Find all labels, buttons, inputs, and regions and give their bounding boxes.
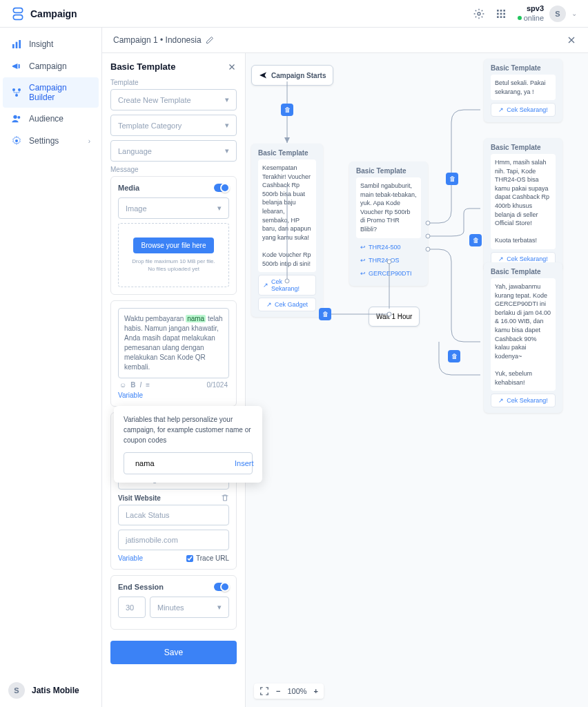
insert-button[interactable]: Insert	[235, 459, 254, 467]
close-icon[interactable]	[227, 62, 237, 72]
session-duration-input[interactable]: 30	[118, 597, 146, 618]
popover-description: Variables that help personalize your cam…	[124, 414, 253, 445]
megaphone-icon	[11, 61, 22, 72]
cta-button[interactable]: ↗ Cek Gadget	[258, 298, 316, 311]
category-select[interactable]: Template Category▾	[110, 115, 237, 136]
caret-down-icon: ▾	[225, 121, 229, 130]
quick-reply[interactable]: ↩ GERCEP90DTI	[356, 267, 421, 280]
emoji-icon[interactable]: ☺	[119, 381, 126, 389]
svg-rect-2	[500, 10, 502, 12]
browse-button[interactable]: Browse your file here	[133, 238, 215, 253]
svg-rect-8	[500, 16, 502, 18]
chevron-right-icon: ›	[88, 137, 90, 145]
cta-button[interactable]: ↗ Cek Sekarang!	[491, 394, 556, 407]
delete-action[interactable]: 🗑	[469, 234, 482, 246]
sidebar-item-insight[interactable]: Insight	[3, 33, 99, 55]
variable-link[interactable]: Variable	[118, 391, 229, 399]
svg-point-17	[17, 116, 20, 119]
media-type-select[interactable]: Image▾	[118, 197, 229, 219]
edit-icon[interactable]	[206, 36, 214, 44]
flow-icon	[11, 87, 22, 98]
template-section-label: Template	[110, 79, 237, 86]
status-indicator	[518, 16, 522, 20]
flow-canvas[interactable]: Campaign Starts 🗑 Basic Template Kesempa…	[246, 53, 588, 707]
sidebar-item-settings[interactable]: Settings ›	[3, 130, 99, 152]
app-logo	[11, 7, 25, 21]
sidebar: Insight Campaign Campaign Builder Audien…	[0, 28, 102, 707]
quick-reply[interactable]: ↩ THR24-500	[356, 241, 421, 254]
zoom-controls: − 100% +	[254, 684, 324, 699]
org-avatar: S	[8, 682, 25, 699]
app-header: Campaign spv3 online S ⌄	[0, 0, 588, 28]
trash-icon[interactable]	[221, 494, 229, 502]
svg-rect-3	[503, 10, 505, 12]
svg-rect-5	[500, 12, 502, 14]
visit-website-input[interactable]: Lacak Status	[118, 505, 229, 525]
sidebar-item-campaign-builder[interactable]: Campaign Builder	[3, 77, 99, 108]
close-icon[interactable]	[566, 35, 577, 46]
variable-link[interactable]: Variable	[118, 554, 143, 562]
send-icon	[259, 71, 267, 79]
trace-url-checkbox[interactable]: Trace URL	[186, 554, 229, 562]
message-section-label: Message	[110, 166, 237, 173]
caret-down-icon: ▾	[217, 603, 222, 612]
template-node[interactable]: Basic Template Kesempatan Terakhir! Vouc…	[251, 144, 323, 317]
svg-point-0	[478, 12, 480, 15]
wait-node[interactable]: Wait 1 Hour	[369, 307, 420, 327]
delete-action[interactable]: 🗑	[446, 173, 458, 185]
url-input[interactable]: jatismobile.com	[118, 530, 229, 550]
media-toggle[interactable]	[214, 184, 229, 192]
svg-rect-12	[19, 40, 21, 48]
end-session-toggle[interactable]	[214, 583, 229, 591]
align-icon[interactable]: ≡	[146, 381, 150, 389]
cta-button[interactable]: ↗ Cek Sekarang!	[258, 275, 316, 296]
caret-down-icon: ▾	[225, 146, 229, 155]
sidebar-footer[interactable]: S Jatis Mobile	[0, 674, 101, 707]
quick-reply[interactable]: ↩ THR24-OS	[356, 254, 421, 267]
delete-action[interactable]: 🗑	[281, 104, 293, 116]
save-button[interactable]: Save	[110, 641, 237, 664]
delete-action[interactable]: 🗑	[448, 350, 460, 362]
variable-search[interactable]: Insert	[124, 452, 253, 474]
end-session-label: End Session	[118, 583, 164, 591]
svg-rect-1	[497, 10, 499, 12]
chevron-down-icon: ⌄	[571, 10, 577, 17]
sidebar-item-audience[interactable]: Audience	[3, 108, 99, 130]
user-menu[interactable]: spv3 online S ⌄	[518, 4, 577, 22]
svg-rect-10	[12, 44, 14, 48]
bold-icon[interactable]: B	[130, 381, 135, 389]
italic-icon[interactable]: I	[139, 381, 141, 389]
gear-icon[interactable]	[473, 8, 484, 19]
zoom-in-button[interactable]: +	[314, 687, 318, 695]
users-icon	[11, 113, 22, 124]
message-textarea[interactable]: Waktu pembayaran nama telah habis. Namun…	[118, 308, 229, 378]
session-unit-select[interactable]: Minutes▾	[150, 597, 229, 618]
delete-action[interactable]: 🗑	[319, 308, 331, 320]
template-node[interactable]: Basic Template Sambil ngabuburit, main t…	[349, 162, 428, 286]
start-node[interactable]: Campaign Starts	[251, 65, 333, 86]
svg-point-18	[15, 139, 18, 142]
zoom-value: 100%	[287, 687, 306, 695]
fullscreen-icon[interactable]	[259, 686, 269, 696]
variable-search-input[interactable]	[135, 459, 231, 467]
template-node[interactable]: Basic Template Yah, jawabanmu kurang tep…	[484, 262, 562, 413]
caret-down-icon: ▾	[217, 204, 222, 213]
cta-button[interactable]: ↗ Cek Sekarang!	[491, 103, 556, 117]
insight-icon	[11, 39, 22, 50]
template-panel: Basic Template Template Create New Templ…	[102, 53, 246, 707]
svg-marker-19	[284, 137, 290, 143]
template-select[interactable]: Create New Template▾	[110, 89, 237, 110]
panel-title: Basic Template	[110, 61, 175, 72]
user-name: spv3	[518, 4, 544, 13]
zoom-out-button[interactable]: −	[276, 687, 280, 695]
language-select[interactable]: Language▾	[110, 140, 237, 162]
sidebar-item-campaign[interactable]: Campaign	[3, 55, 99, 77]
media-label: Media	[118, 184, 139, 192]
grid-icon[interactable]	[496, 8, 507, 19]
template-node[interactable]: Basic Template Betul sekali. Pakai sekar…	[484, 59, 562, 122]
file-dropzone[interactable]: Browse your file here Drop file maximum …	[118, 223, 229, 287]
breadcrumb-text: Campaign 1 • Indonesia	[113, 35, 202, 45]
template-node[interactable]: Basic Template Hmm, masih salah nih. Tap…	[484, 138, 562, 271]
svg-point-13	[12, 88, 15, 91]
svg-rect-11	[16, 42, 18, 48]
